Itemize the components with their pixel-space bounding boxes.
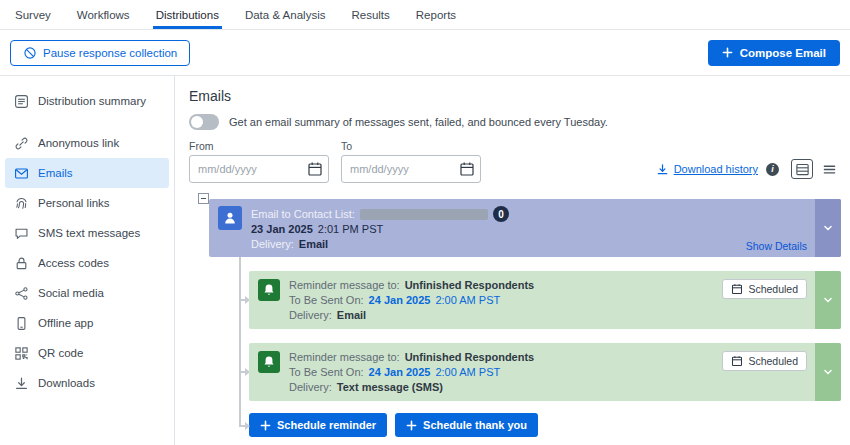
sidebar-item-qr-code[interactable]: QR code [5,338,169,368]
email-distribution-card[interactable]: Email to Contact List: 0 23 Jan 2025 2:0… [209,199,841,257]
list-view-button[interactable] [818,159,840,179]
share-icon [14,286,29,301]
lock-icon [14,256,29,271]
calendar-icon[interactable] [307,161,323,177]
tree-connector-arrow [245,422,250,430]
calendar-icon [731,355,743,367]
tab-data-analysis[interactable]: Data & Analysis [232,0,339,29]
count-badge: 0 [493,206,509,222]
sidebar-item-label: SMS text messages [38,227,140,239]
download-history-link[interactable]: Download history [656,163,758,176]
mobile-icon [14,316,29,331]
schedule-reminder-button[interactable]: Schedule reminder [249,413,387,437]
top-nav: Survey Workflows Distributions Data & An… [0,0,850,30]
sidebar-item-downloads[interactable]: Downloads [5,368,169,398]
tab-survey[interactable]: Survey [2,0,64,29]
reminder-send-time: 2:00 AM PST [435,365,500,380]
schedule-actions-row: Schedule reminder Schedule thank you [249,413,841,437]
reminder-bell-icon [258,279,280,301]
tab-workflows[interactable]: Workflows [64,0,143,29]
plus-icon [260,420,271,431]
info-icon[interactable] [766,163,779,176]
envelope-icon [14,166,29,181]
sidebar-item-emails[interactable]: Emails [5,158,169,188]
scheduled-status-badge: Scheduled [722,351,807,371]
email-summary-toggle[interactable] [189,114,219,130]
email-card-time: 2:01 PM PST [318,222,383,237]
delivery-value: Text message (SMS) [337,380,443,395]
expand-reminder-button[interactable] [815,271,841,329]
page-title: Emails [189,88,850,104]
reminder-card[interactable]: Reminder message to: Unfinished Responde… [249,271,841,329]
delivery-value: Email [299,237,328,252]
plus-icon [406,420,417,431]
contact-list-icon [218,206,242,230]
compose-button-label: Compose Email [740,47,826,59]
delivery-label: Delivery: [289,380,332,395]
tab-results[interactable]: Results [338,0,402,29]
prohibit-icon [23,46,37,60]
summary-icon [14,94,29,109]
sidebar-item-social-media[interactable]: Social media [5,278,169,308]
sidebar-item-anonymous-link[interactable]: Anonymous link [5,128,169,158]
collapse-tree-icon[interactable] [198,193,209,204]
reminder-to-value: Unfinished Respondents [405,350,535,365]
sidebar-item-label: Access codes [38,257,109,269]
reminder-send-label: To Be Sent On: [289,293,364,308]
compose-email-button[interactable]: Compose Email [708,40,840,66]
scheduled-label: Scheduled [748,355,798,367]
sidebar-item-access-codes[interactable]: Access codes [5,248,169,278]
sidebar-item-label: Offline app [38,317,93,329]
fingerprint-icon [14,196,29,211]
scheduled-status-badge: Scheduled [722,279,807,299]
reminder-card[interactable]: Reminder message to: Unfinished Responde… [249,343,841,401]
tree-connector-line [239,257,241,426]
emails-panel: Emails Get an email summary of messages … [175,76,850,445]
qr-code-icon [14,346,29,361]
sidebar-item-distribution-summary[interactable]: Distribution summary [5,86,169,116]
date-filter-row: From To Download histo [189,140,850,183]
schedule-thank-you-button[interactable]: Schedule thank you [395,413,538,437]
tab-reports[interactable]: Reports [403,0,469,29]
email-card-title: Email to Contact List: [251,207,355,222]
chat-bubble-icon [14,226,29,241]
reminder-to-label: Reminder message to: [289,350,400,365]
email-card-date: 23 Jan 2025 [251,222,313,237]
sidebar-item-label: Emails [38,167,73,179]
redacted-contact-list-name [360,209,488,220]
scheduled-label: Scheduled [748,283,798,295]
download-icon [656,163,669,176]
email-summary-toggle-row: Get an email summary of messages sent, f… [189,114,850,130]
sidebar-item-label: Anonymous link [38,137,119,149]
sidebar-item-offline-app[interactable]: Offline app [5,308,169,338]
sidebar-item-label: Distribution summary [38,95,146,107]
sidebar-item-personal-links[interactable]: Personal links [5,188,169,218]
plus-icon [722,47,733,58]
sidebar-item-label: Personal links [38,197,110,209]
tab-distributions[interactable]: Distributions [143,0,232,29]
to-label: To [341,140,481,152]
schedule-reminder-label: Schedule reminder [277,419,376,431]
calendar-icon[interactable] [459,161,475,177]
reminder-bell-icon [258,351,280,373]
expand-email-card-button[interactable] [815,199,841,257]
distribution-sidebar: Distribution summary Anonymous link Emai… [0,76,175,445]
sidebar-item-sms[interactable]: SMS text messages [5,218,169,248]
reminder-to-label: Reminder message to: [289,278,400,293]
view-toggle-group [791,159,840,179]
pause-response-collection-button[interactable]: Pause response collection [10,40,190,66]
link-icon [14,136,29,151]
sidebar-item-label: QR code [38,347,83,359]
download-icon [14,376,29,391]
reminder-send-label: To Be Sent On: [289,365,364,380]
to-date-group: To [341,140,481,183]
download-history-label: Download history [674,163,758,175]
from-label: From [189,140,329,152]
delivery-label: Delivery: [289,308,332,323]
show-details-link[interactable]: Show Details [746,240,807,252]
distribution-timeline: Email to Contact List: 0 23 Jan 2025 2:0… [192,195,850,437]
expand-reminder-button[interactable] [815,343,841,401]
detail-view-button[interactable] [791,159,813,179]
sidebar-item-label: Social media [38,287,104,299]
reminder-to-value: Unfinished Respondents [405,278,535,293]
